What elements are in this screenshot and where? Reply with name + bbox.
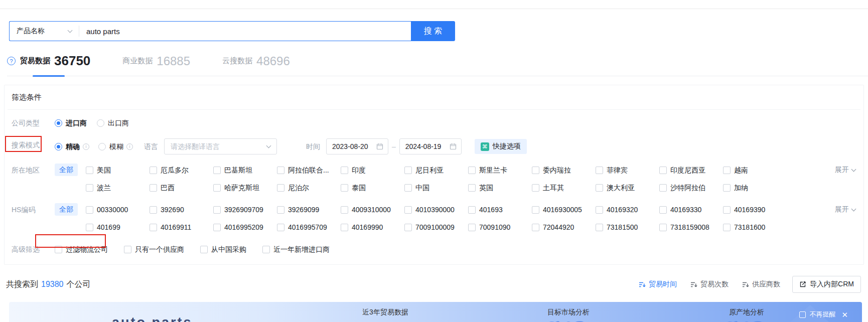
checkbox-icon — [150, 167, 157, 174]
advanced-checkbox-item[interactable]: 从中国采购 — [200, 243, 246, 256]
hs-checkbox-item[interactable]: 401693 — [468, 203, 532, 216]
checkbox-label: 菲律宾 — [607, 164, 628, 177]
advanced-checkbox-item[interactable]: 过滤物流公司 — [55, 243, 108, 256]
region-checkbox-item[interactable]: 土耳其 — [532, 181, 596, 194]
hs-checkbox-item[interactable]: 392690 — [150, 203, 213, 216]
checkbox-label: 72044920 — [543, 221, 574, 234]
time-label: 时间 — [306, 140, 320, 153]
hs-checkbox-item[interactable]: 4010390000 — [404, 203, 468, 216]
advanced-checkbox-item[interactable]: 只有一个供应商 — [124, 243, 184, 256]
hs-checkbox-item[interactable]: 73181500 — [596, 221, 659, 234]
search-category-select[interactable]: 产品名称 — [10, 22, 79, 41]
radio-icon — [98, 143, 106, 150]
hs-checkbox-item[interactable]: 00330000 — [86, 203, 150, 216]
region-checkbox-item[interactable]: 菲律宾 — [596, 164, 659, 177]
region-checkbox-item[interactable]: 哈萨克斯坦 — [213, 181, 277, 194]
radio-label: 精确 — [66, 140, 80, 153]
hs-checkbox-item[interactable]: 72044920 — [532, 221, 596, 234]
region-checkbox-item[interactable]: 尼泊尔 — [277, 181, 341, 194]
hs-checkbox-item[interactable]: 7318159008 — [659, 221, 723, 234]
region-checkbox-item[interactable]: 美国 — [86, 164, 150, 177]
bar-chart-icon — [340, 320, 430, 322]
region-checkbox-item[interactable]: 加纳 — [723, 181, 787, 194]
date-start-picker[interactable]: 2023-08-20 — [326, 138, 388, 154]
region-checkbox-item[interactable]: 巴西 — [150, 181, 213, 194]
checkbox-label: 巴基斯坦 — [224, 164, 252, 177]
quick-options-button[interactable]: ⌘ 快捷选项 — [475, 139, 527, 154]
search-button[interactable]: 搜 索 — [411, 21, 455, 41]
hs-checkbox-item[interactable]: 39269099 — [277, 203, 341, 216]
region-checkbox-item[interactable]: 泰国 — [341, 181, 404, 194]
tab[interactable]: 云搜数据 48696 — [222, 54, 290, 75]
tab-count: 36750 — [54, 53, 90, 69]
region-checkbox-item[interactable]: 阿拉伯联合... — [277, 164, 341, 177]
hs-checkbox-item[interactable]: 4016995709 — [277, 221, 341, 234]
filter-label: 公司类型 — [8, 116, 55, 129]
hs-expand-link[interactable]: 展开 — [835, 203, 860, 216]
region-expand-link[interactable]: 展开 — [835, 164, 860, 176]
checkbox-icon — [596, 184, 603, 192]
hs-checkbox-item[interactable]: 73181600 — [723, 221, 787, 234]
checkbox-label: 4010390000 — [415, 203, 455, 216]
radio-company-type[interactable]: 进口商 — [55, 116, 90, 129]
radio-search-mode[interactable]: 精确 i — [55, 140, 91, 153]
checkbox-icon — [532, 167, 539, 174]
region-checkbox-item[interactable]: 斯里兰卡 — [468, 164, 532, 177]
region-checkbox-item[interactable]: 尼日利亚 — [404, 164, 468, 177]
hs-checkbox-item[interactable]: 40169990 — [341, 221, 404, 234]
region-checkbox-item[interactable]: 印度 — [341, 164, 404, 177]
hs-checkbox-item[interactable]: 401699 — [86, 221, 150, 234]
hs-checkbox-item[interactable]: 7009100009 — [404, 221, 468, 234]
language-select[interactable]: 请选择翻译语言 — [164, 138, 277, 154]
region-checkbox-item[interactable]: 委内瑞拉 — [532, 164, 596, 177]
close-icon[interactable]: ✕ — [841, 311, 848, 318]
tab[interactable]: 商业数据 16885 — [122, 54, 190, 75]
region-checkbox-item[interactable]: 巴基斯坦 — [213, 164, 277, 177]
sort-button[interactable]: 贸易次数 — [690, 280, 729, 289]
region-checkbox-item[interactable]: 澳大利亚 — [596, 181, 659, 194]
sort-label: 供应商数 — [752, 280, 780, 289]
region-checkbox-item[interactable]: 厄瓜多尔 — [150, 164, 213, 177]
radio-company-type[interactable]: 出口商 — [97, 116, 132, 129]
hs-checkbox-item[interactable]: 40169911 — [150, 221, 213, 234]
radio-icon — [55, 119, 62, 127]
hs-checkbox-item[interactable]: 40169320 — [596, 203, 659, 216]
checkbox-icon — [213, 224, 221, 231]
radio-search-mode[interactable]: 模糊 i — [98, 140, 135, 153]
analysis-promo-banner[interactable]: auto parts 全球贸易情况 去分析 近3年贸易数据 目标市场分析 原产地… — [9, 302, 862, 322]
import-crm-button[interactable]: 导入内部CRM — [792, 276, 861, 293]
region-all-button[interactable]: 全部 — [55, 164, 78, 176]
tab-count: 16885 — [157, 54, 190, 68]
sort-controls: 贸易时间 贸易次数 供应商数 — [638, 280, 780, 289]
sort-button[interactable]: 贸易时间 — [638, 280, 677, 289]
region-checkbox-item[interactable]: 越南 — [723, 164, 787, 177]
tab[interactable]: ? 贸易数据 36750 — [7, 53, 90, 76]
checkbox-icon — [596, 224, 603, 231]
checkbox-label: 澳大利亚 — [607, 181, 635, 194]
hs-checkbox-item[interactable]: 4016930005 — [532, 203, 596, 216]
hs-checkbox-item[interactable]: 4016995209 — [213, 221, 277, 234]
hs-checkbox-item[interactable]: 70091090 — [468, 221, 532, 234]
date-end-picker[interactable]: 2024-08-19 — [399, 138, 462, 154]
filter-label: 所在地区 — [8, 164, 55, 177]
hs-checkbox-item[interactable]: 40169330 — [659, 203, 723, 216]
checkbox-label: 40169390 — [734, 203, 765, 216]
region-checkbox-item[interactable]: 英国 — [468, 181, 532, 194]
sort-button[interactable]: 供应商数 — [742, 280, 780, 289]
banner-title: auto parts — [112, 315, 193, 322]
hs-checkbox-item[interactable]: 4009310000 — [341, 203, 404, 216]
question-icon[interactable]: ? — [7, 57, 16, 65]
hs-checkbox-item[interactable]: 3926909709 — [213, 203, 277, 216]
region-checkbox-item[interactable]: 中国 — [404, 181, 468, 194]
checkbox-label: 中国 — [415, 181, 429, 194]
region-checkbox-item[interactable]: 波兰 — [86, 181, 150, 194]
advanced-checkbox-item[interactable]: 近一年新增进口商 — [262, 243, 330, 256]
search-input[interactable] — [79, 22, 411, 41]
checkbox-label: 4016995709 — [288, 221, 327, 234]
hs-all-button[interactable]: 全部 — [55, 203, 78, 216]
dismiss-checkbox[interactable] — [799, 311, 806, 318]
checkbox-icon — [596, 206, 603, 214]
region-checkbox-item[interactable]: 沙特阿拉伯 — [659, 181, 723, 194]
hs-checkbox-item[interactable]: 40169390 — [723, 203, 787, 216]
region-checkbox-item[interactable]: 印度尼西亚 — [659, 164, 723, 177]
